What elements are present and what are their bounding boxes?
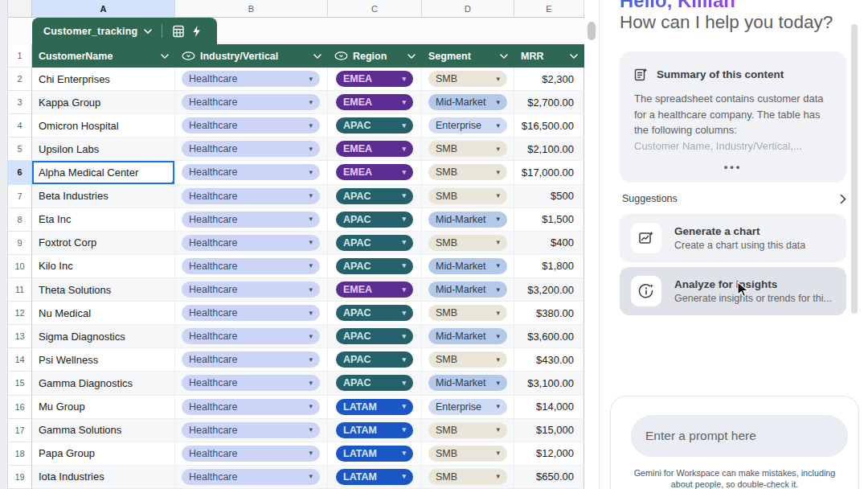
row-header-8[interactable]: 8 [8, 208, 32, 232]
row-header-19[interactable]: 19 [8, 466, 32, 489]
row-header-14[interactable]: 14 [8, 348, 32, 372]
region-cell[interactable]: EMEA▾ [328, 68, 422, 91]
mrr-cell[interactable]: $15,000 [514, 419, 584, 442]
customer-name-cell[interactable]: Mu Group [32, 396, 175, 419]
segment-chip[interactable]: Enterprise▾ [428, 117, 507, 134]
row-header-9[interactable]: 9 [8, 232, 32, 255]
industry-chip[interactable]: Healthcare▾ [182, 94, 320, 110]
segment-cell[interactable]: SMB▾ [422, 161, 514, 184]
segment-cell[interactable]: SMB▾ [422, 442, 514, 466]
mrr-cell[interactable]: $500 [514, 185, 584, 208]
segment-chip[interactable]: SMB▾ [428, 71, 507, 87]
region-chip[interactable]: LATAM▾ [336, 399, 413, 415]
industry-chip[interactable]: Healthcare▾ [182, 141, 320, 157]
industry-cell[interactable]: Healthcare▾ [175, 91, 328, 114]
industry-cell[interactable]: Healthcare▾ [175, 302, 328, 325]
industry-chip[interactable]: Healthcare▾ [182, 212, 320, 228]
segment-cell[interactable]: SMB▾ [422, 419, 514, 442]
customer-name-cell[interactable]: Kilo Inc [32, 255, 175, 278]
customer-name-cell[interactable]: Nu Medical [32, 302, 175, 325]
customer-name-cell[interactable]: Theta Solutions [32, 278, 175, 302]
segment-cell[interactable]: SMB▾ [422, 466, 514, 489]
customer-name-cell[interactable]: Kappa Group [32, 91, 175, 114]
segment-cell[interactable]: Mid-Market▾ [422, 255, 514, 278]
column-header-d[interactable]: D [422, 0, 514, 18]
segment-cell[interactable]: Mid-Market▾ [422, 372, 514, 395]
customer-name-cell[interactable]: Omicron Hospital [32, 114, 175, 138]
column-header-e[interactable]: E [514, 0, 584, 18]
row-header-12[interactable]: 12 [8, 302, 32, 325]
mrr-cell[interactable]: $400 [514, 232, 584, 255]
segment-chip[interactable]: Mid-Market▾ [428, 258, 507, 274]
segment-chip[interactable]: SMB▾ [428, 235, 507, 251]
mrr-cell[interactable]: $650.00 [514, 466, 584, 489]
industry-chip[interactable]: Healthcare▾ [182, 281, 320, 298]
filter-chevron-icon[interactable] [161, 54, 169, 59]
chevron-down-icon[interactable] [144, 29, 152, 34]
segment-chip[interactable]: Mid-Market▾ [428, 94, 507, 110]
industry-cell[interactable]: Healthcare▾ [175, 372, 328, 395]
segment-chip[interactable]: SMB▾ [428, 351, 507, 368]
segment-cell[interactable]: SMB▾ [422, 138, 514, 161]
mrr-cell[interactable]: $380.00 [514, 302, 584, 325]
industry-cell[interactable]: Healthcare▾ [175, 208, 328, 232]
lightning-bolt-icon[interactable] [191, 25, 202, 38]
mrr-cell[interactable]: $2,100.00 [514, 138, 584, 161]
industry-chip[interactable]: Healthcare▾ [182, 258, 320, 274]
region-cell[interactable]: APAC▾ [328, 114, 422, 138]
region-cell[interactable]: APAC▾ [328, 372, 422, 395]
segment-chip[interactable]: Mid-Market▾ [428, 281, 507, 298]
region-cell[interactable]: EMEA▾ [328, 138, 422, 161]
row-header-13[interactable]: 13 [8, 325, 32, 348]
row-header-2[interactable]: 2 [8, 68, 32, 91]
mrr-cell[interactable]: $3,200.00 [514, 278, 584, 302]
industry-cell[interactable]: Healthcare▾ [175, 255, 328, 278]
column-header-b[interactable]: B [175, 0, 328, 18]
region-chip[interactable]: LATAM▾ [336, 469, 413, 485]
industry-chip[interactable]: Healthcare▾ [182, 422, 320, 438]
column-header-a[interactable]: A [32, 0, 175, 18]
filter-chevron-icon[interactable] [313, 54, 321, 59]
industry-chip[interactable]: Healthcare▾ [182, 305, 320, 321]
mrr-cell[interactable]: $3,600.00 [514, 325, 584, 348]
mrr-cell[interactable]: $12,000 [514, 442, 584, 466]
segment-cell[interactable]: SMB▾ [422, 348, 514, 372]
segment-cell[interactable]: Mid-Market▾ [422, 91, 514, 114]
region-cell[interactable]: APAC▾ [328, 348, 422, 372]
industry-chip[interactable]: Healthcare▾ [182, 469, 320, 485]
region-chip[interactable]: EMEA▾ [336, 94, 413, 110]
industry-chip[interactable]: Healthcare▾ [182, 446, 320, 462]
header-cell-customername[interactable]: CustomerName [32, 44, 175, 68]
header-cell-segment[interactable]: Segment [422, 44, 514, 68]
row-header-3[interactable]: 3 [8, 91, 32, 114]
region-chip[interactable]: APAC▾ [336, 375, 413, 391]
segment-chip[interactable]: SMB▾ [428, 188, 507, 204]
region-chip[interactable]: EMEA▾ [336, 281, 413, 298]
mrr-cell[interactable]: $1,800 [514, 255, 584, 278]
region-chip[interactable]: EMEA▾ [336, 141, 413, 157]
segment-cell[interactable]: Mid-Market▾ [422, 325, 514, 348]
segment-cell[interactable]: Mid-Market▾ [422, 208, 514, 232]
segment-chip[interactable]: SMB▾ [428, 164, 507, 180]
customer-name-cell[interactable]: Foxtrot Corp [32, 232, 175, 255]
segment-chip[interactable]: SMB▾ [428, 141, 507, 157]
segment-chip[interactable]: SMB▾ [428, 469, 507, 485]
region-chip[interactable]: APAC▾ [336, 351, 413, 368]
chevron-right-icon[interactable] [840, 194, 846, 204]
header-cell-industry-vertical[interactable]: Industry/Vertical [175, 44, 328, 68]
industry-chip[interactable]: Healthcare▾ [182, 399, 320, 415]
industry-cell[interactable]: Healthcare▾ [175, 442, 328, 466]
region-cell[interactable]: EMEA▾ [328, 278, 422, 302]
industry-cell[interactable]: Healthcare▾ [175, 325, 328, 348]
prompt-input[interactable]: Enter a prompt here [631, 415, 848, 457]
table-name-tab[interactable]: Customer_tracking [32, 18, 217, 44]
segment-chip[interactable]: SMB▾ [428, 305, 507, 321]
industry-chip[interactable]: Healthcare▾ [182, 351, 320, 368]
mrr-cell[interactable]: $2,300 [514, 68, 584, 91]
region-chip[interactable]: LATAM▾ [336, 446, 413, 462]
select-all-corner[interactable] [8, 0, 32, 18]
region-chip[interactable]: APAC▾ [336, 188, 413, 204]
mrr-cell[interactable]: $430.00 [514, 348, 584, 372]
segment-cell[interactable]: Enterprise▾ [422, 114, 514, 138]
row-header-5[interactable]: 5 [8, 138, 32, 161]
